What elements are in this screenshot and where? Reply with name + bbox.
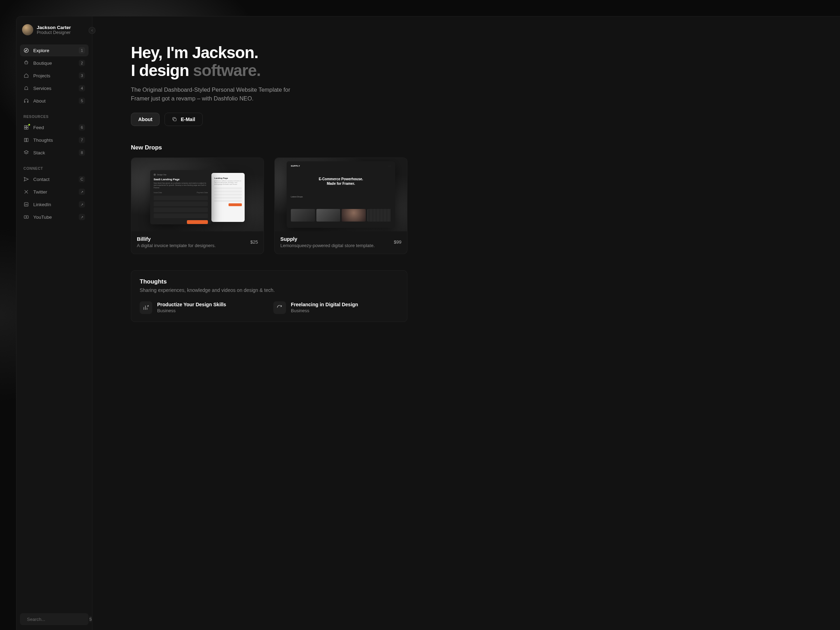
mockup-supply: SUPPLY· · · E-Commerce Powerhouse.Made f… [287,161,395,228]
nav-item-about[interactable]: About 5 [20,95,88,107]
thoughts-section: Thoughts Sharing experiences, knowledge … [131,270,407,322]
thought-item[interactable]: Productize Your Design Skills Business [140,302,265,314]
svg-rect-2 [27,126,28,127]
nav-label: Explore [33,48,74,53]
nav-label: Twitter [33,189,74,194]
nav-badge: C [79,176,85,182]
send-icon [24,177,29,182]
nav-item-linkedin[interactable]: LinkedIn ↗ [20,199,88,210]
nav-item-contact[interactable]: Contact C [20,173,88,185]
nav-item-thoughts[interactable]: Thoughts 7 [20,134,88,146]
app-shell: Jackson Carter Product Designer Explore … [16,16,840,630]
main-content: Hey, I'm Jackson. I design software. The… [92,16,840,630]
layers-icon [24,150,29,155]
nav-label: Services [33,86,74,91]
nav-primary: Explore 1 Boutique 2 Projects 3 Services… [20,44,88,107]
thought-item[interactable]: Freelancing in Digital Design Business [273,302,399,314]
thought-category: Business [291,308,358,313]
nav-item-explore[interactable]: Explore 1 [20,44,88,56]
search-bar[interactable]: S [20,613,88,625]
nav-item-twitter[interactable]: Twitter ↗ [20,186,88,198]
drop-preview: Design One SaaS Landing Page New block h… [131,158,264,231]
thought-category: Business [157,308,226,313]
nav-label: About [33,98,74,104]
nav-connect: CONNECT Contact C Twitter ↗ LinkedIn ↗ Y… [20,163,88,224]
drop-price: $25 [250,239,258,245]
chart-icon [140,302,152,314]
feed-activity-dot [28,124,30,126]
sidebar-collapse-button[interactable] [88,27,96,34]
search-shortcut: S [89,616,92,622]
nav-label: Projects [33,73,74,78]
new-drops-section: New Drops Design One SaaS Landing Page N… [131,144,840,254]
nav-label: Contact [33,177,74,182]
drop-preview: SUPPLY· · · E-Commerce Powerhouse.Made f… [275,158,407,231]
svg-rect-8 [174,118,177,121]
nav-header-connect: CONNECT [20,163,88,173]
nav-resources: RESOURCES Feed 6 Thoughts 7 Stack 8 [20,111,88,159]
profile-role: Product Designer [37,30,71,35]
drop-card-billify[interactable]: Design One SaaS Landing Page New block h… [131,158,264,254]
grid-icon [24,125,29,130]
nav-badge: 4 [79,85,85,92]
nav-label: LinkedIn [33,202,74,207]
svg-rect-1 [25,126,26,127]
external-link-icon: ↗ [79,214,85,220]
hero-subtitle: The Original Dashboard-Styled Personal W… [131,85,299,103]
nav-item-youtube[interactable]: YouTube ↗ [20,211,88,223]
svg-rect-4 [27,128,28,129]
nav-badge: 1 [79,47,85,54]
nav-badge: 7 [79,137,85,143]
nav-badge: 6 [79,124,85,131]
drop-desc: A digital invoice template for designers… [137,243,216,248]
linkedin-icon [24,202,29,207]
nav-item-boutique[interactable]: Boutique 2 [20,57,88,69]
nav-label: Stack [33,150,74,155]
email-button[interactable]: E-Mail [164,113,202,126]
nav-item-feed[interactable]: Feed 6 [20,122,88,133]
hero: Hey, I'm Jackson. I design software. The… [131,44,840,126]
search-input[interactable] [27,617,86,622]
nav-header-resources: RESOURCES [20,111,88,122]
mockup-light: Landing Page grown as a software company… [212,173,245,222]
refresh-icon [273,302,286,314]
nav-badge: 2 [79,60,85,66]
svg-rect-3 [25,128,26,129]
external-link-icon: ↗ [79,201,85,208]
nav-item-stack[interactable]: Stack 8 [20,147,88,159]
nav-badge: 5 [79,98,85,104]
avatar [22,24,33,35]
drop-title: Supply [280,236,375,242]
profile-name: Jackson Carter [37,25,71,30]
nav-item-projects[interactable]: Projects 3 [20,69,88,82]
thoughts-subtitle: Sharing experiences, knowledge and video… [140,287,399,293]
nav-label: Thoughts [33,137,74,143]
headphones-icon [24,98,29,104]
drop-card-supply[interactable]: SUPPLY· · · E-Commerce Powerhouse.Made f… [275,158,407,254]
chevron-left-icon [90,29,94,32]
thought-title: Productize Your Design Skills [157,302,226,307]
svg-point-0 [24,48,28,52]
x-icon [24,189,29,194]
drop-title: Billify [137,236,216,242]
nav-label: YouTube [33,215,74,220]
home-icon [24,73,29,78]
mockup-dark: Design One SaaS Landing Page New block h… [150,170,212,224]
cart-icon [24,60,29,66]
external-link-icon: ↗ [79,189,85,195]
youtube-icon [24,214,29,220]
about-button[interactable]: About [131,113,159,126]
copy-icon [172,117,177,122]
nav-badge: 3 [79,73,85,79]
hero-title: Hey, I'm Jackson. I design software. [131,44,840,79]
drop-desc: Lemonsqueezy-powered digital store templ… [280,243,375,248]
drop-price: $99 [394,239,401,245]
nav-item-services[interactable]: Services 4 [20,82,88,94]
book-icon [24,137,29,143]
thought-title: Freelancing in Digital Design [291,302,358,307]
section-title: New Drops [131,144,840,151]
nav-label: Boutique [33,60,74,66]
profile-block[interactable]: Jackson Carter Product Designer [20,23,88,41]
nav-label: Feed [33,125,74,130]
compass-icon [24,47,29,53]
